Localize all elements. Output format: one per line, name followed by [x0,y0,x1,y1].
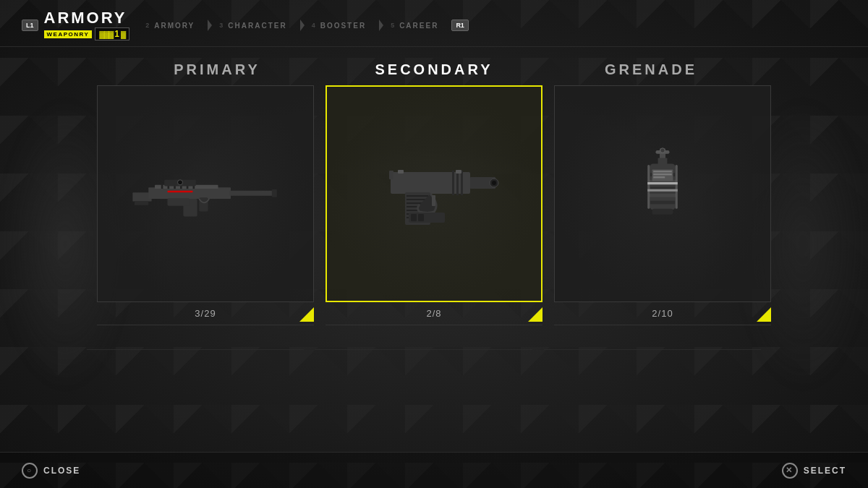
grenade-counter: 2/10 [652,308,673,319]
grenade-weapon-image [571,124,754,264]
svg-rect-33 [432,195,435,206]
grenade-label: GRENADE [605,61,697,77]
weaponry-badge: WEAPONRY ▓▓▓ 1 ▓ [44,27,130,40]
grenade-counter-row: 2/10 [554,302,771,322]
nav-area: L1 ARMORY WEAPONRY ▓▓▓ 1 ▓ 2 ARMORY 3 [0,0,868,47]
tab-booster-label: BOOSTER [320,22,366,30]
svg-rect-2 [148,187,231,199]
secondary-label: SECONDARY [375,61,493,77]
weapon-cards: 3/29 [87,85,781,325]
slash-pattern-right: ▓ [121,30,125,38]
l1-button[interactable]: L1 [22,20,38,31]
extra-line-2 [315,349,532,350]
tab-armory-label: ARMORY [154,22,195,30]
primary-header: PRIMARY [109,61,326,78]
svg-rect-37 [398,170,404,174]
svg-rect-53 [647,182,678,184]
tab-career[interactable]: 5 CAREER [383,22,446,30]
armory-title-block: ARMORY WEAPONRY ▓▓▓ 1 ▓ [44,10,130,40]
secondary-counter-row: 2/8 [326,302,542,322]
secondary-card-inner [326,85,542,302]
extra-line-3 [544,349,761,350]
svg-rect-21 [461,171,463,195]
tab-character-label: CHARACTER [228,22,286,30]
svg-rect-20 [456,171,459,195]
svg-rect-52 [676,165,678,209]
svg-rect-58 [653,176,665,178]
main-area: PRIMARY SECONDARY GRENADE [0,47,868,488]
select-label: SELECT [804,466,846,476]
svg-rect-48 [649,194,676,197]
armory-title: ARMORY [44,10,130,26]
select-button[interactable]: ✕ SELECT [782,463,846,479]
slash-pattern: ▓▓▓ [99,30,113,38]
close-icon: ○ [22,463,38,479]
svg-rect-38 [456,170,461,174]
secondary-bottom-line [326,325,542,325]
primary-weapon-card[interactable]: 3/29 [97,85,314,325]
secondary-pistol-svg [362,147,506,241]
secondary-weapon-card[interactable]: 2/8 [326,85,542,325]
tab-career-num: 5 [391,22,396,29]
close-button[interactable]: ○ CLOSE [22,463,80,479]
svg-rect-26 [407,195,428,197]
svg-rect-51 [647,165,650,209]
bottom-bar: ○ CLOSE ✕ SELECT [0,452,868,488]
svg-rect-54 [647,189,678,192]
grenade-svg [634,147,692,241]
weaponry-counter: ▓▓▓ 1 ▓ [95,27,129,40]
column-headers: PRIMARY SECONDARY GRENADE [101,61,767,78]
svg-rect-15 [272,189,277,197]
secondary-corner-arrow [528,307,542,322]
primary-label: PRIMARY [174,61,260,77]
svg-rect-14 [229,191,273,196]
primary-card-inner [97,85,314,302]
main-content: L1 ARMORY WEAPONRY ▓▓▓ 1 ▓ 2 ARMORY 3 [0,0,868,488]
svg-point-11 [177,180,182,185]
svg-rect-39 [389,171,393,179]
tab-character[interactable]: 3 CHARACTER [212,22,294,30]
svg-rect-50 [652,209,673,215]
primary-rifle-svg [126,168,285,219]
select-icon: ✕ [782,463,798,479]
svg-rect-1 [135,202,148,205]
weaponry-label: WEAPONRY [44,30,93,38]
svg-point-42 [660,148,665,153]
grenade-bottom-line [554,325,771,325]
primary-weapon-image [114,124,297,264]
extra-line-1 [87,349,304,350]
extra-secondary [315,331,532,367]
svg-rect-36 [418,214,424,221]
primary-corner-arrow [299,307,314,322]
extra-grenade [544,331,761,367]
primary-bottom-line [97,325,314,325]
extra-primary [87,331,304,367]
svg-rect-49 [649,201,676,205]
grenade-corner-arrow [757,307,771,322]
tab-boost-num: 4 [312,22,317,29]
secondary-counter: 2/8 [426,308,441,319]
tab-armory[interactable]: 2 ARMORY [138,22,202,30]
svg-point-24 [492,181,496,185]
svg-rect-35 [411,214,417,221]
grenade-card-inner [554,85,771,302]
primary-counter-row: 3/29 [97,302,314,322]
svg-rect-17 [167,198,190,206]
tab-char-num: 3 [219,22,224,29]
svg-rect-19 [452,171,454,195]
grenade-header: GRENADE [542,61,760,78]
tab-booster[interactable]: 4 BOOSTER [305,22,373,30]
svg-rect-56 [653,171,672,172]
r1-button[interactable]: R1 [451,20,469,31]
primary-counter: 3/29 [195,308,216,319]
extra-rows [87,331,781,367]
grenade-card[interactable]: 2/10 [554,85,771,325]
secondary-weapon-image [343,124,525,263]
tab-armory-num: 2 [145,22,150,29]
svg-rect-16 [167,191,192,193]
tab-career-label: CAREER [399,22,438,30]
close-label: CLOSE [43,466,80,476]
svg-rect-57 [653,174,672,175]
tab-group: 2 ARMORY 3 CHARACTER 4 BOOSTER 5 CAREER [138,20,446,31]
svg-rect-4 [161,184,163,189]
